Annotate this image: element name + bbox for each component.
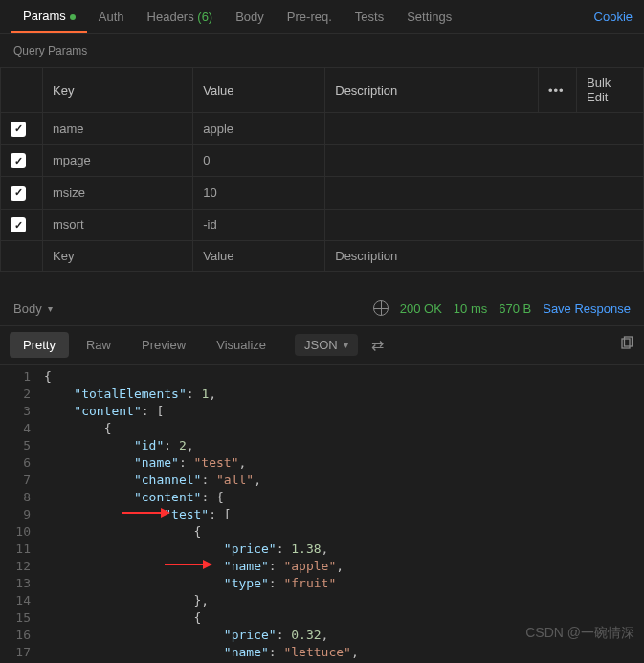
response-format-dropdown[interactable]: JSON ▾: [295, 334, 358, 356]
col-value: Value: [193, 68, 325, 113]
chevron-down-icon: ▾: [48, 303, 53, 314]
cookies-link[interactable]: Cookie: [594, 10, 633, 24]
code-line: 1{: [0, 368, 644, 386]
status-size: 670 B: [499, 301, 531, 316]
code-line: 14 },: [0, 592, 644, 609]
tab-auth[interactable]: Auth: [87, 2, 136, 32]
row-checkbox[interactable]: ✓: [11, 186, 26, 201]
code-line: 12 "name": "apple",: [0, 558, 644, 575]
response-status-bar: Body ▾ 200 OK 10 ms 670 B Save Response: [0, 291, 644, 325]
param-desc-input[interactable]: Description: [325, 241, 644, 272]
wrap-lines-icon[interactable]: ⇄: [371, 336, 384, 354]
param-value-input[interactable]: Value: [193, 241, 325, 272]
code-line: 5 "id": 2,: [0, 437, 644, 454]
code-line: 17 "name": "lettuce",: [0, 644, 644, 661]
tab-prereq[interactable]: Pre-req.: [276, 2, 344, 32]
resp-tab-preview[interactable]: Preview: [128, 332, 199, 358]
tab-headers[interactable]: Headers (6): [136, 2, 225, 32]
col-more-icon[interactable]: •••: [539, 68, 577, 113]
request-tabs: Params Auth Headers (6) Body Pre-req. Te…: [0, 0, 644, 34]
param-desc-cell[interactable]: [325, 177, 644, 210]
code-line: 9 "test": [: [0, 506, 644, 523]
code-line: 6 "name": "test",: [0, 454, 644, 472]
status-code: 200 OK: [400, 301, 442, 316]
tab-settings[interactable]: Settings: [395, 2, 463, 32]
code-line: 15 {: [0, 609, 644, 627]
response-body-dropdown[interactable]: Body ▾: [13, 301, 53, 316]
param-desc-cell[interactable]: [325, 209, 644, 241]
table-row: ✓mpage0: [1, 144, 644, 177]
code-line: 7 "channel": "all",: [0, 472, 644, 489]
table-row-empty: KeyValueDescription: [1, 241, 644, 272]
code-line: 10 {: [0, 523, 644, 541]
param-key-cell[interactable]: name: [43, 113, 193, 145]
resp-tab-raw[interactable]: Raw: [73, 332, 124, 358]
param-key-cell[interactable]: msort: [43, 209, 193, 241]
code-line: 3 "content": [: [0, 403, 644, 420]
param-value-cell[interactable]: -id: [193, 209, 325, 241]
copy-icon[interactable]: [619, 336, 634, 354]
tab-tests[interactable]: Tests: [344, 2, 395, 32]
param-value-cell[interactable]: 10: [193, 177, 325, 210]
param-key-cell[interactable]: msize: [43, 177, 193, 210]
param-key-cell[interactable]: mpage: [43, 144, 193, 177]
tab-params[interactable]: Params: [11, 1, 87, 33]
col-description: Description: [325, 68, 539, 113]
code-line: 16 "price": 0.32,: [0, 627, 644, 644]
param-value-cell[interactable]: 0: [193, 144, 325, 177]
save-response-link[interactable]: Save Response: [543, 301, 631, 316]
globe-icon[interactable]: [373, 300, 389, 316]
row-checkbox[interactable]: ✓: [11, 153, 26, 168]
code-line: 11 "price": 1.38,: [0, 541, 644, 558]
bulk-edit-link[interactable]: Bulk Edit: [577, 68, 644, 113]
table-row: ✓msort-id: [1, 209, 644, 241]
params-table: Key Value Description ••• Bulk Edit ✓nam…: [0, 67, 644, 272]
chevron-down-icon: ▾: [344, 340, 348, 350]
response-view-tabs: Pretty Raw Preview Visualize JSON ▾ ⇄: [0, 325, 644, 365]
row-checkbox[interactable]: ✓: [11, 217, 26, 232]
col-toggle: [1, 68, 43, 113]
params-modified-dot-icon: [70, 14, 76, 20]
col-key: Key: [43, 68, 193, 113]
table-row: ✓nameapple: [1, 113, 644, 145]
row-checkbox[interactable]: ✓: [11, 122, 26, 137]
code-line: 2 "totalElements": 1,: [0, 386, 644, 403]
resp-tab-visualize[interactable]: Visualize: [203, 332, 279, 358]
param-key-input[interactable]: Key: [43, 241, 193, 272]
param-desc-cell[interactable]: [325, 113, 644, 145]
tab-body[interactable]: Body: [224, 2, 276, 32]
query-params-title: Query Params: [0, 34, 644, 67]
table-row: ✓msize10: [1, 177, 644, 210]
code-line: 13 "type": "fruit": [0, 575, 644, 592]
param-value-cell[interactable]: apple: [193, 113, 325, 145]
code-line: 4 {: [0, 420, 644, 437]
param-desc-cell[interactable]: [325, 144, 644, 177]
code-line: 8 "content": {: [0, 489, 644, 506]
resp-tab-pretty[interactable]: Pretty: [10, 332, 69, 358]
response-code-viewer[interactable]: 1{2 "totalElements": 1,3 "content": [4 {…: [0, 365, 644, 663]
status-time: 10 ms: [454, 301, 487, 316]
